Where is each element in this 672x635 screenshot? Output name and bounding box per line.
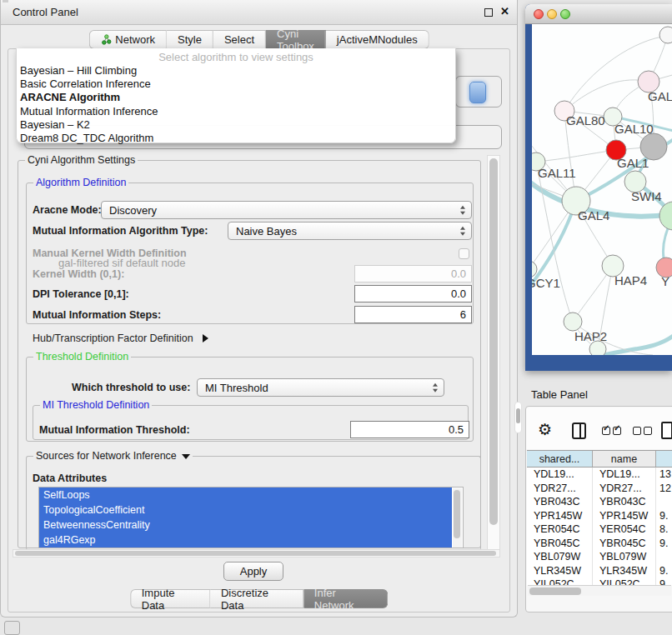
- zoom-traffic-light-icon[interactable]: [560, 9, 570, 19]
- data-attributes-list[interactable]: SelfLoopsTopologicalCoefficientBetweenne…: [38, 487, 464, 548]
- table-hscrollbar-thumb[interactable]: [529, 588, 581, 595]
- network-node-label: Y: [661, 274, 669, 288]
- algorithm-option-bayesian-k2[interactable]: Bayesian – K2: [17, 118, 455, 132]
- threshold-definition-title: Threshold Definition: [33, 351, 131, 362]
- list-scrollbar-thumb[interactable]: [454, 490, 460, 538]
- algorithm-option-mutual-information-inference[interactable]: Mutual Information Inference: [17, 105, 455, 118]
- tab-label: Discretize Data: [221, 587, 292, 612]
- table-row[interactable]: YDR27...YDR27...12: [527, 482, 672, 496]
- minimized-panel-button[interactable]: [4, 621, 20, 635]
- tab-infer-network[interactable]: Infer Network: [303, 589, 388, 608]
- combo-stepper-fragment[interactable]: [469, 82, 486, 103]
- mi-type-select[interactable]: Naive Bayes: [228, 222, 472, 240]
- checked-checkbox-icon[interactable]: [613, 427, 621, 435]
- settings-scrollbar-thumb[interactable]: [489, 158, 498, 525]
- checked-checkbox-icon[interactable]: [602, 427, 610, 435]
- algorithm-option-bayesian-hill-climbing[interactable]: Bayesian – Hill Climbing: [17, 64, 455, 78]
- network-canvas[interactable]: GALGAL80GAL10GAL1GAL11SWI4GAL4GCY1HAP4YH…: [532, 24, 672, 355]
- network-window-titlebar[interactable]: [525, 4, 672, 24]
- sources-group-title[interactable]: Sources for Network Inference: [33, 450, 193, 462]
- tab-select[interactable]: Select: [213, 30, 266, 49]
- scrollbar-fragment[interactable]: [514, 402, 522, 433]
- network-view-window: GALGAL80GAL10GAL1GAL11SWI4GAL4GCY1HAP4YH…: [525, 4, 672, 371]
- algorithm-list: Bayesian – Hill ClimbingBasic Correlatio…: [17, 64, 455, 145]
- unchecked-checkbox-icon[interactable]: [644, 427, 652, 435]
- mi-threshold-label: Mutual Information Threshold:: [39, 424, 190, 436]
- table-panel-title: Table Panel: [531, 388, 588, 401]
- mi-type-label: Mutual Information Algorithm Type:: [33, 225, 208, 237]
- table-cell: YPR145W: [593, 509, 656, 523]
- tab-impute-data[interactable]: Impute Data: [130, 589, 210, 608]
- column-header-shared[interactable]: shared...: [527, 451, 593, 467]
- table-row[interactable]: YBR043CYBR043C: [527, 495, 672, 509]
- source-item-topologicalcoefficient[interactable]: TopologicalCoefficient: [39, 502, 452, 518]
- column-header-name[interactable]: name: [593, 451, 656, 467]
- tab-network[interactable]: Network: [88, 30, 167, 49]
- which-threshold-select[interactable]: MI Threshold: [197, 378, 444, 397]
- close-icon[interactable]: ✕: [500, 5, 509, 18]
- source-item-gal4rgexp[interactable]: gal4RGexp: [39, 532, 452, 548]
- close-traffic-light-icon[interactable]: [534, 9, 544, 19]
- source-item-betweennesscentrality[interactable]: BetweennessCentrality: [39, 518, 452, 532]
- table-row[interactable]: YBR045CYBR045C9.: [527, 537, 672, 551]
- network-node-label: GAL: [648, 89, 672, 103]
- network-node[interactable]: [659, 27, 672, 43]
- control-panel: Control Panel ✕ NetworkStyleSelectCyni T…: [0, 0, 518, 618]
- table-horizontal-scrollbar[interactable]: [528, 585, 671, 596]
- tab-discretize-data[interactable]: Discretize Data: [210, 589, 303, 608]
- table-cell: YPR145W: [527, 509, 593, 523]
- network-node-label: HAP4: [614, 273, 647, 288]
- float-window-icon[interactable]: [484, 8, 493, 17]
- tab-label: jActiveMNodules: [337, 33, 418, 46]
- algorithm-option-dream8-dc-tdc-algorithm[interactable]: Dream8 DC_TDC Algorithm: [17, 132, 455, 145]
- aracne-mode-select[interactable]: Discovery: [101, 201, 472, 219]
- minimize-traffic-light-icon[interactable]: [547, 9, 557, 19]
- tab-jactivemnodules[interactable]: jActiveMNodules: [326, 30, 429, 49]
- column-header-2[interactable]: [656, 451, 672, 467]
- dpi-tolerance-field[interactable]: [354, 285, 472, 302]
- settings-horizontal-scrollbar[interactable]: [13, 549, 500, 558]
- network-node-label: GAL80: [566, 113, 605, 128]
- algorithm-dropdown-popup: Select algorithm to view settings Bayesi…: [16, 48, 456, 143]
- hub-definition-toggle[interactable]: Hub/Transcription Factor Definition: [33, 332, 208, 344]
- table-row[interactable]: YER054CYER054C8.: [527, 522, 672, 537]
- table-cell: 9.: [656, 537, 672, 551]
- gear-icon[interactable]: ⚙: [538, 420, 552, 439]
- network-node-label: HAP2: [574, 329, 607, 343]
- algorithm-placeholder: Select algorithm to view settings: [17, 48, 455, 64]
- algorithm-option-basic-correlation-inference[interactable]: Basic Correlation Inference: [17, 78, 455, 91]
- network-node[interactable]: [659, 202, 672, 230]
- network-graph: GALGAL80GAL10GAL1GAL11SWI4GAL4GCY1HAP4YH…: [532, 24, 672, 355]
- apply-button[interactable]: Apply: [223, 562, 283, 581]
- panel-title: Control Panel: [13, 0, 78, 25]
- table-row[interactable]: YDL19...YDL19...13: [527, 468, 672, 482]
- kernel-width-field[interactable]: [354, 265, 472, 282]
- mi-threshold-field[interactable]: [350, 421, 469, 438]
- list-vertical-scrollbar[interactable]: [453, 488, 462, 548]
- kernel-width-label: Kernel Width (0,1):: [33, 268, 124, 280]
- tab-style[interactable]: Style: [167, 30, 213, 49]
- cyni-settings-group-title: Cyni Algorithm Settings: [25, 154, 138, 166]
- network-node-hap2[interactable]: [564, 312, 582, 331]
- node-table[interactable]: shared...name YDL19...YDL19...13YDR27...…: [527, 450, 672, 586]
- network-node-label: GAL1: [617, 156, 649, 170]
- algorithm-option-aracne-algorithm[interactable]: ARACNE Algorithm: [17, 91, 455, 104]
- document-icon[interactable]: [661, 422, 672, 439]
- table-row[interactable]: YBL079WYBL079W: [527, 550, 672, 564]
- table-cell: YBR045C: [527, 537, 593, 551]
- table-cell: 12: [656, 482, 672, 496]
- table-row[interactable]: YLR345WYLR345W9.: [527, 564, 672, 578]
- unchecked-checkbox-icon[interactable]: [633, 427, 641, 435]
- split-columns-icon[interactable]: [572, 422, 586, 439]
- tab-label: Network: [115, 33, 155, 46]
- mi-steps-field[interactable]: [354, 306, 472, 323]
- settings-hscrollbar-thumb[interactable]: [15, 551, 496, 556]
- table-cell: YLR345W: [527, 564, 593, 578]
- settings-vertical-scrollbar[interactable]: [487, 155, 500, 552]
- network-node-label: GAL4: [578, 208, 609, 222]
- tab-cyni-toolbox[interactable]: Cyni Toolbox: [266, 30, 326, 49]
- manual-kernel-checkbox[interactable]: [459, 248, 469, 259]
- source-item-selfloops[interactable]: SelfLoops: [39, 488, 452, 502]
- table-cell: YER054C: [593, 522, 656, 537]
- table-row[interactable]: YPR145WYPR145W9.: [527, 509, 672, 523]
